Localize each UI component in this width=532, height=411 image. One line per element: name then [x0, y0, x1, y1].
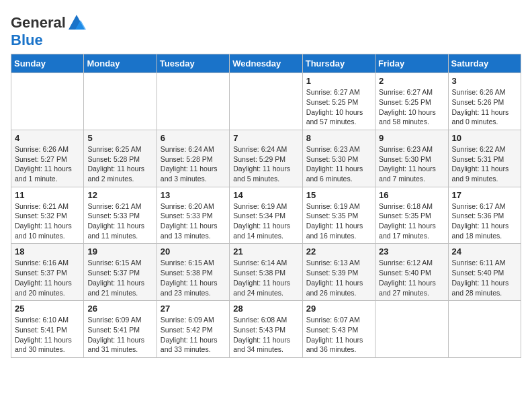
- day-info: Sunrise: 6:26 AMSunset: 5:26 PMDaylight:…: [452, 87, 517, 127]
- calendar-cell: 10Sunrise: 6:22 AMSunset: 5:31 PMDayligh…: [448, 130, 521, 187]
- calendar-cell: 4Sunrise: 6:26 AMSunset: 5:27 PMDaylight…: [11, 130, 84, 187]
- calendar-header: SundayMondayTuesdayWednesdayThursdayFrid…: [11, 54, 521, 73]
- day-info: Sunrise: 6:19 AMSunset: 5:34 PMDaylight:…: [233, 201, 298, 241]
- day-info: Sunrise: 6:07 AMSunset: 5:43 PMDaylight:…: [306, 315, 371, 355]
- day-number: 26: [87, 304, 152, 314]
- day-number: 21: [233, 246, 298, 257]
- day-number: 19: [87, 246, 152, 257]
- logo-text-blue: Blue: [11, 32, 43, 48]
- calendar-cell: 29Sunrise: 6:07 AMSunset: 5:43 PMDayligh…: [302, 301, 375, 358]
- day-info: Sunrise: 6:13 AMSunset: 5:39 PMDaylight:…: [306, 258, 371, 298]
- logo: General Blue: [11, 13, 86, 48]
- calendar-cell: 22Sunrise: 6:13 AMSunset: 5:39 PMDayligh…: [302, 244, 375, 301]
- day-info: Sunrise: 6:21 AMSunset: 5:32 PMDaylight:…: [15, 201, 80, 241]
- day-number: 4: [15, 133, 80, 143]
- calendar-week-1: 1Sunrise: 6:27 AMSunset: 5:25 PMDaylight…: [11, 73, 521, 130]
- calendar-week-3: 11Sunrise: 6:21 AMSunset: 5:32 PMDayligh…: [11, 187, 521, 244]
- weekday-header-sunday: Sunday: [11, 54, 84, 73]
- day-info: Sunrise: 6:26 AMSunset: 5:27 PMDaylight:…: [15, 144, 80, 184]
- day-number: 2: [379, 76, 444, 86]
- day-info: Sunrise: 6:23 AMSunset: 5:30 PMDaylight:…: [379, 144, 444, 184]
- weekday-row: SundayMondayTuesdayWednesdayThursdayFrid…: [11, 54, 521, 73]
- calendar-cell: 15Sunrise: 6:19 AMSunset: 5:35 PMDayligh…: [302, 187, 375, 244]
- calendar-cell: 9Sunrise: 6:23 AMSunset: 5:30 PMDaylight…: [375, 130, 448, 187]
- day-info: Sunrise: 6:09 AMSunset: 5:42 PMDaylight:…: [161, 315, 226, 355]
- calendar-week-2: 4Sunrise: 6:26 AMSunset: 5:27 PMDaylight…: [11, 130, 521, 187]
- day-number: 18: [15, 246, 80, 257]
- day-info: Sunrise: 6:16 AMSunset: 5:37 PMDaylight:…: [15, 258, 80, 298]
- calendar-cell: 20Sunrise: 6:15 AMSunset: 5:38 PMDayligh…: [157, 244, 229, 301]
- day-number: 13: [161, 190, 226, 200]
- weekday-header-wednesday: Wednesday: [230, 54, 302, 73]
- calendar-cell: 16Sunrise: 6:18 AMSunset: 5:35 PMDayligh…: [375, 187, 448, 244]
- calendar-cell: 18Sunrise: 6:16 AMSunset: 5:37 PMDayligh…: [11, 244, 84, 301]
- calendar-cell: [157, 73, 229, 130]
- day-number: 11: [15, 190, 80, 200]
- weekday-header-saturday: Saturday: [448, 54, 521, 73]
- calendar-cell: [84, 73, 157, 130]
- calendar-cell: 28Sunrise: 6:08 AMSunset: 5:43 PMDayligh…: [230, 301, 302, 358]
- calendar-week-5: 25Sunrise: 6:10 AMSunset: 5:41 PMDayligh…: [11, 301, 521, 358]
- calendar-cell: 8Sunrise: 6:23 AMSunset: 5:30 PMDaylight…: [302, 130, 375, 187]
- day-number: 24: [452, 246, 517, 257]
- weekday-header-friday: Friday: [375, 54, 448, 73]
- day-info: Sunrise: 6:24 AMSunset: 5:28 PMDaylight:…: [161, 144, 226, 184]
- calendar-cell: [11, 73, 84, 130]
- calendar-cell: 5Sunrise: 6:25 AMSunset: 5:28 PMDaylight…: [84, 130, 157, 187]
- day-info: Sunrise: 6:10 AMSunset: 5:41 PMDaylight:…: [15, 315, 80, 355]
- weekday-header-monday: Monday: [84, 54, 157, 73]
- calendar-cell: 23Sunrise: 6:12 AMSunset: 5:40 PMDayligh…: [375, 244, 448, 301]
- calendar-table: SundayMondayTuesdayWednesdayThursdayFrid…: [11, 54, 521, 358]
- weekday-header-tuesday: Tuesday: [157, 54, 229, 73]
- calendar-cell: 26Sunrise: 6:09 AMSunset: 5:41 PMDayligh…: [84, 301, 157, 358]
- calendar-cell: 24Sunrise: 6:11 AMSunset: 5:40 PMDayligh…: [448, 244, 521, 301]
- calendar-cell: 25Sunrise: 6:10 AMSunset: 5:41 PMDayligh…: [11, 301, 84, 358]
- day-number: 14: [233, 190, 298, 200]
- day-info: Sunrise: 6:20 AMSunset: 5:33 PMDaylight:…: [161, 201, 226, 241]
- day-number: 17: [452, 190, 517, 200]
- day-info: Sunrise: 6:23 AMSunset: 5:30 PMDaylight:…: [306, 144, 371, 184]
- calendar-cell: 21Sunrise: 6:14 AMSunset: 5:38 PMDayligh…: [230, 244, 302, 301]
- page-header: General Blue: [11, 11, 521, 48]
- calendar-cell: 11Sunrise: 6:21 AMSunset: 5:32 PMDayligh…: [11, 187, 84, 244]
- calendar-body: 1Sunrise: 6:27 AMSunset: 5:25 PMDaylight…: [11, 73, 521, 358]
- calendar-cell: 7Sunrise: 6:24 AMSunset: 5:29 PMDaylight…: [230, 130, 302, 187]
- day-number: 28: [233, 304, 298, 314]
- day-number: 29: [306, 304, 371, 314]
- day-number: 20: [161, 246, 226, 257]
- day-number: 1: [306, 76, 371, 86]
- day-info: Sunrise: 6:21 AMSunset: 5:33 PMDaylight:…: [87, 201, 152, 241]
- calendar-cell: 17Sunrise: 6:17 AMSunset: 5:36 PMDayligh…: [448, 187, 521, 244]
- calendar-cell: [448, 301, 521, 358]
- day-info: Sunrise: 6:25 AMSunset: 5:28 PMDaylight:…: [87, 144, 152, 184]
- calendar-cell: 6Sunrise: 6:24 AMSunset: 5:28 PMDaylight…: [157, 130, 229, 187]
- calendar-week-4: 18Sunrise: 6:16 AMSunset: 5:37 PMDayligh…: [11, 244, 521, 301]
- day-info: Sunrise: 6:14 AMSunset: 5:38 PMDaylight:…: [233, 258, 298, 298]
- logo-icon: [67, 13, 86, 32]
- day-info: Sunrise: 6:24 AMSunset: 5:29 PMDaylight:…: [233, 144, 298, 184]
- day-number: 25: [15, 304, 80, 314]
- calendar-cell: 27Sunrise: 6:09 AMSunset: 5:42 PMDayligh…: [157, 301, 229, 358]
- calendar-cell: 19Sunrise: 6:15 AMSunset: 5:37 PMDayligh…: [84, 244, 157, 301]
- day-number: 23: [379, 246, 444, 257]
- day-number: 8: [306, 133, 371, 143]
- day-info: Sunrise: 6:17 AMSunset: 5:36 PMDaylight:…: [452, 201, 517, 241]
- day-info: Sunrise: 6:08 AMSunset: 5:43 PMDaylight:…: [233, 315, 298, 355]
- day-number: 12: [87, 190, 152, 200]
- calendar-cell: 13Sunrise: 6:20 AMSunset: 5:33 PMDayligh…: [157, 187, 229, 244]
- day-number: 16: [379, 190, 444, 200]
- calendar-cell: [230, 73, 302, 130]
- day-info: Sunrise: 6:15 AMSunset: 5:38 PMDaylight:…: [161, 258, 226, 298]
- day-info: Sunrise: 6:18 AMSunset: 5:35 PMDaylight:…: [379, 201, 444, 241]
- day-info: Sunrise: 6:09 AMSunset: 5:41 PMDaylight:…: [87, 315, 152, 355]
- day-info: Sunrise: 6:12 AMSunset: 5:40 PMDaylight:…: [379, 258, 444, 298]
- day-number: 7: [233, 133, 298, 143]
- day-number: 6: [161, 133, 226, 143]
- day-number: 15: [306, 190, 371, 200]
- day-number: 3: [452, 76, 517, 86]
- calendar-cell: 12Sunrise: 6:21 AMSunset: 5:33 PMDayligh…: [84, 187, 157, 244]
- day-number: 22: [306, 246, 371, 257]
- day-number: 9: [379, 133, 444, 143]
- calendar-cell: 2Sunrise: 6:27 AMSunset: 5:25 PMDaylight…: [375, 73, 448, 130]
- day-info: Sunrise: 6:27 AMSunset: 5:25 PMDaylight:…: [379, 87, 444, 127]
